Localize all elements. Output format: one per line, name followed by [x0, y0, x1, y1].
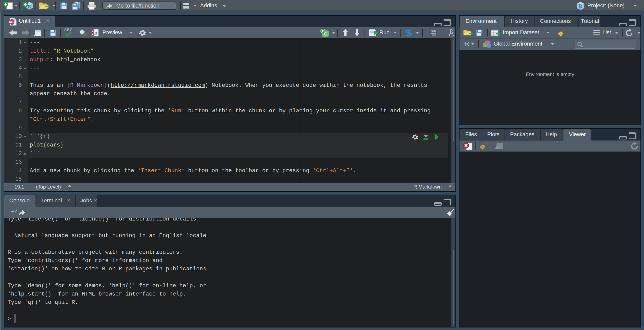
- svg-text:R: R: [94, 31, 98, 35]
- svg-text:Rmd: Rmd: [9, 20, 15, 23]
- svg-text:R: R: [579, 3, 582, 9]
- svg-text:R: R: [28, 4, 31, 9]
